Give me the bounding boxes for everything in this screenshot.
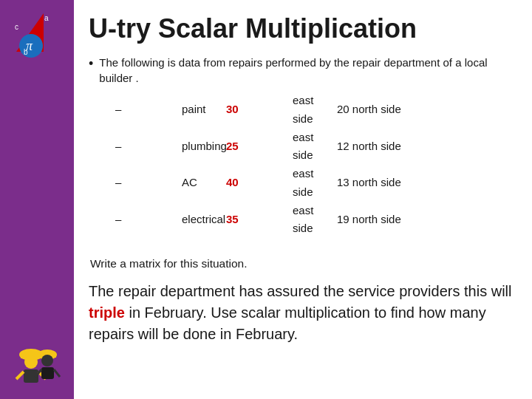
north-1: 20 north side [337,100,411,119]
worker-icon [10,338,64,392]
east-num-1: 30 [226,100,293,119]
north-2: 12 north side [337,137,411,156]
dash-1: – [115,100,182,119]
bullet-section: • The following is data from repairs per… [89,55,514,244]
east-num-2: 25 [226,137,293,156]
repair-name-3: AC [182,174,226,192]
table-row: – paint 30 east side 20 north side [115,92,514,129]
east-label-4: east side [293,202,337,239]
repair-name-4: electrical [182,211,226,229]
svg-text:a: a [44,14,49,22]
east-num-4: 35 [226,211,293,229]
svg-line-17 [54,369,60,377]
repairs-table: – paint 30 east side 20 north side – plu… [115,92,514,238]
top-graphic: π a c b [10,7,64,61]
triple-word: triple [89,304,125,321]
east-label-1: east side [293,92,337,129]
dash-2: – [115,137,182,156]
east-label-2: east side [293,129,337,166]
repair-name-2: plumbing [182,137,226,156]
svg-line-10 [16,372,24,379]
bullet-dot: • [89,55,93,86]
svg-rect-15 [41,367,54,379]
bottom-graphic [10,338,64,392]
north-4: 19 north side [337,211,411,229]
svg-text:c: c [15,23,18,31]
bullet-intro-text: The following is data from repairs perfo… [99,55,514,86]
write-matrix-text: Write a matrix for this situation. [90,257,514,270]
svg-point-14 [41,355,53,366]
closing-paragraph: The repair department has assured the se… [89,281,514,345]
repair-name-1: paint [182,100,226,119]
table-row: – AC 40 east side 13 north side [115,165,514,202]
svg-point-8 [24,355,38,369]
table-row: – plumbing 25 east side 12 north side [115,129,514,166]
main-content: U-try Scalar Multiplication • The follow… [74,0,532,399]
closing-after-triple: in February. Use scalar multiplication t… [89,304,486,342]
bullet-intro: • The following is data from repairs per… [89,55,514,86]
dash-3: – [115,174,182,192]
east-num-3: 40 [226,174,293,192]
svg-text:b: b [24,48,28,56]
east-label-3: east side [293,165,337,202]
north-3: 13 north side [337,174,411,192]
sidebar: π a c b [0,0,74,399]
closing-before-triple: The repair department has assured the se… [89,283,511,299]
math-triangle-icon: π a c b [10,7,64,61]
table-row: – electrical 35 east side 19 north side [115,202,514,239]
dash-4: – [115,211,182,229]
page-title: U-try Scalar Multiplication [89,13,514,44]
